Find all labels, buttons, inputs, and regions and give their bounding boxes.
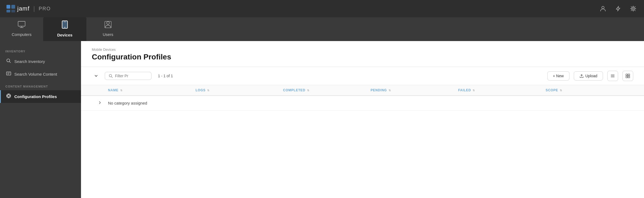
col-failed-sort-icon: ⇅ — [473, 89, 475, 92]
tab-users-label: Users — [103, 32, 113, 37]
content-area: Mobile Devices Configuration Profiles 1 … — [81, 41, 644, 198]
col-completed-sort-icon: ⇅ — [307, 89, 309, 92]
upload-button[interactable]: Upload — [574, 71, 603, 80]
col-header-scope[interactable]: SCOPE ⇅ — [546, 88, 633, 92]
logo-pro-text: PRO — [39, 6, 51, 12]
col-header-failed[interactable]: FAILED ⇅ — [458, 88, 546, 92]
sidebar-configuration-profiles-label: Configuration Profiles — [14, 94, 57, 99]
table-header: NAME ⇅ LOGS ⇅ COMPLETED ⇅ PENDING ⇅ FAIL… — [81, 85, 644, 96]
jamf-logo-icon — [6, 5, 15, 12]
search-volume-content-icon — [6, 71, 11, 77]
chevron-down-icon — [94, 74, 98, 78]
page-title: Configuration Profiles — [92, 53, 633, 61]
lightning-icon-button[interactable] — [614, 4, 622, 13]
main-layout: INVENTORY Search Inventory Sear — [0, 41, 644, 198]
col-pending-label: PENDING — [370, 88, 387, 92]
content-management-section-label: CONTENT MANAGEMENT — [0, 80, 81, 90]
list-view-button[interactable] — [607, 71, 618, 81]
svg-point-4 — [602, 6, 604, 9]
col-header-completed[interactable]: COMPLETED ⇅ — [283, 88, 370, 92]
new-button-label: + New — [553, 74, 564, 78]
col-header-logs[interactable]: LOGS ⇅ — [195, 88, 283, 92]
user-icon-button[interactable] — [599, 4, 607, 13]
col-completed-label: COMPLETED — [283, 88, 305, 92]
filter-search-icon — [109, 74, 113, 78]
lightning-icon — [615, 6, 621, 12]
tab-computers-label: Computers — [12, 32, 31, 37]
top-header: jamf | PRO — [0, 0, 644, 17]
sidebar-search-inventory-label: Search Inventory — [14, 59, 45, 64]
svg-point-15 — [8, 95, 10, 97]
col-scope-label: SCOPE — [546, 88, 558, 92]
svg-rect-12 — [105, 21, 111, 28]
tab-devices[interactable]: Devices — [43, 17, 86, 41]
svg-rect-18 — [626, 74, 628, 76]
filter-input[interactable] — [115, 74, 147, 78]
table-row: No category assigned — [81, 96, 644, 110]
inventory-section-label: INVENTORY — [0, 45, 81, 55]
svg-rect-20 — [626, 76, 628, 78]
breadcrumb: Mobile Devices — [92, 48, 633, 52]
col-header-pending[interactable]: PENDING ⇅ — [370, 88, 458, 92]
svg-rect-10 — [64, 22, 66, 22]
toolbar: 1 - 1 of 1 + New Upload — [81, 67, 644, 85]
users-icon — [104, 21, 112, 30]
header-icons — [599, 4, 638, 13]
tab-devices-label: Devices — [57, 33, 73, 37]
new-button[interactable]: + New — [547, 71, 569, 80]
svg-rect-3 — [11, 10, 15, 12]
logo-jamf-text: jamf — [17, 5, 30, 12]
svg-point-17 — [109, 74, 112, 77]
svg-rect-14 — [6, 72, 11, 75]
col-logs-sort-icon: ⇅ — [207, 89, 210, 92]
svg-rect-2 — [6, 10, 10, 12]
gear-icon-button[interactable] — [629, 4, 638, 13]
svg-rect-0 — [6, 5, 10, 9]
svg-rect-21 — [628, 76, 630, 78]
col-header-name[interactable]: NAME ⇅ — [108, 88, 195, 92]
tab-users[interactable]: Users — [86, 17, 130, 41]
col-failed-label: FAILED — [458, 88, 471, 92]
svg-point-13 — [7, 59, 10, 62]
svg-point-5 — [632, 8, 634, 9]
collapse-chevron-button[interactable] — [92, 72, 100, 80]
col-scope-sort-icon: ⇅ — [560, 89, 562, 92]
svg-point-6 — [632, 7, 635, 11]
tab-computers[interactable]: Computers — [0, 17, 43, 41]
svg-rect-19 — [628, 74, 630, 76]
nav-tabs: Computers Devices Users — [0, 17, 644, 41]
sidebar-item-configuration-profiles[interactable]: Configuration Profiles — [0, 90, 81, 103]
sidebar-item-search-inventory[interactable]: Search Inventory — [0, 55, 81, 68]
sidebar-search-volume-content-label: Search Volume Content — [14, 72, 57, 76]
devices-icon — [62, 21, 68, 31]
user-icon — [600, 6, 606, 12]
configuration-profiles-icon — [6, 93, 11, 100]
logo-area: jamf | PRO — [6, 5, 51, 12]
col-logs-label: LOGS — [195, 88, 205, 92]
col-pending-sort-icon: ⇅ — [389, 89, 391, 92]
record-count: 1 - 1 of 1 — [158, 74, 173, 78]
gear-icon — [630, 6, 636, 12]
computers-icon — [18, 21, 26, 30]
svg-rect-1 — [11, 5, 15, 9]
grid-view-button[interactable] — [622, 71, 633, 81]
search-inventory-icon — [6, 58, 11, 65]
filter-input-wrap[interactable] — [105, 72, 151, 80]
logo-divider: | — [33, 5, 35, 12]
row-name-cell: No category assigned — [108, 101, 195, 105]
sidebar-section-content-management: CONTENT MANAGEMENT Configuration Profile… — [0, 80, 81, 103]
svg-point-9 — [65, 27, 65, 28]
row-chevron-right-icon — [98, 101, 102, 105]
svg-point-11 — [107, 22, 109, 24]
upload-icon — [579, 74, 584, 78]
sidebar-item-search-volume-content[interactable]: Search Volume Content — [0, 68, 81, 80]
svg-rect-7 — [18, 21, 25, 26]
grid-view-icon — [626, 74, 630, 78]
col-header-expand — [92, 88, 108, 92]
table-container: NAME ⇅ LOGS ⇅ COMPLETED ⇅ PENDING ⇅ FAIL… — [81, 85, 644, 198]
page-header: Mobile Devices Configuration Profiles — [81, 41, 644, 67]
row-expand-button[interactable] — [92, 101, 108, 105]
col-name-sort-icon: ⇅ — [120, 89, 123, 92]
list-view-icon — [611, 74, 615, 78]
col-name-label: NAME — [108, 88, 119, 92]
